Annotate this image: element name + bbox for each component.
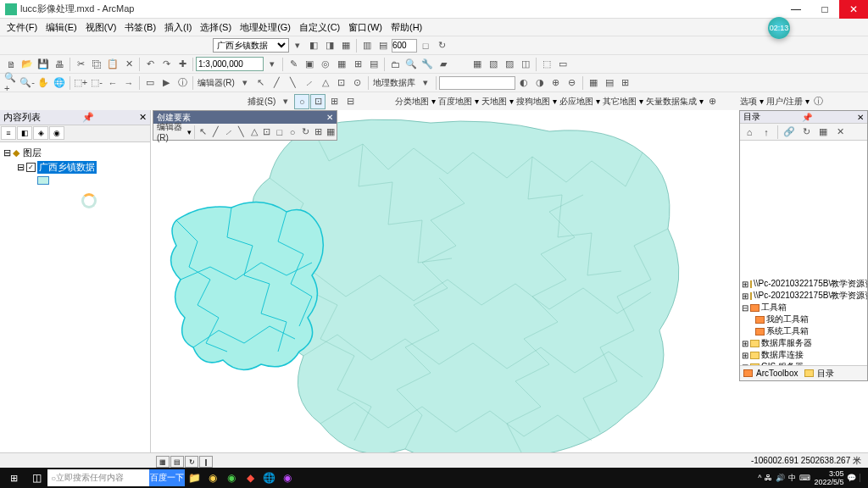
explorer-icon[interactable]: 📁 [185, 469, 203, 487]
menu-geoprocessing[interactable]: 地理处理(G) [236, 19, 294, 36]
menu-window[interactable]: 窗口(W) [345, 19, 386, 36]
catalog-item[interactable]: 系统工具箱 [766, 325, 809, 337]
editor-label[interactable]: 编辑器(R) [196, 77, 236, 89]
pan-icon[interactable]: ✋ [36, 75, 51, 91]
layer-symbol[interactable] [37, 176, 49, 185]
find-input[interactable] [439, 76, 515, 90]
edit-tool-icon[interactable]: ○ [287, 125, 298, 140]
user-label[interactable]: 用户/注册 [765, 96, 804, 108]
tool-icon[interactable]: ◫ [518, 57, 533, 72]
copy-icon[interactable]: ⿻ [89, 57, 104, 72]
basemap-tab[interactable]: 搜狗地图 [515, 96, 552, 108]
catalog-item[interactable]: 我的工具箱 [766, 313, 809, 325]
snap-label[interactable]: 捕捉(S) [246, 96, 277, 108]
tool-icon[interactable]: ◨ [322, 38, 337, 53]
paste-icon[interactable]: 📋 [105, 57, 120, 72]
tool-icon[interactable]: □ [418, 38, 433, 53]
snap-point-icon[interactable]: ○ [294, 94, 309, 109]
search-icon[interactable]: 🔍 [403, 57, 419, 72]
edit-tool-icon[interactable]: ↖ [253, 75, 269, 91]
tray-net-icon[interactable]: 🖧 [765, 474, 772, 482]
menu-file[interactable]: 文件(F) [3, 19, 41, 36]
snap-vertex-icon[interactable]: ⊞ [326, 94, 342, 109]
catalog-icon[interactable]: 🗀 [387, 57, 403, 72]
panel-close-icon[interactable]: ✕ [326, 113, 333, 122]
panel-menu[interactable]: 编辑器(R) [155, 121, 186, 142]
close-button[interactable]: ✕ [839, 0, 868, 19]
edit-tool-icon[interactable]: ⊙ [350, 75, 365, 91]
tray-ime[interactable]: 中 [788, 473, 796, 484]
tool-icon[interactable]: ▥ [359, 38, 375, 53]
tool-icon[interactable]: ◑ [532, 75, 548, 91]
edit-tool-icon[interactable]: ⟋ [223, 125, 235, 140]
catalog-toggle-icon[interactable]: ▦ [815, 125, 831, 140]
tool-icon[interactable]: ▤ [376, 38, 391, 53]
toc-tab-drawing[interactable]: ≡ [1, 126, 16, 140]
catalog-delete-icon[interactable]: ✕ [832, 125, 848, 140]
edit-tool-icon[interactable]: ⊡ [261, 125, 273, 140]
catalog-item[interactable]: \\Pc-20210322175B\教学资源资料\3章数 [754, 290, 867, 302]
tool-icon[interactable]: ⊞ [618, 75, 633, 91]
menu-help[interactable]: 帮助(H) [387, 19, 426, 36]
notifications-icon[interactable]: 💬 [847, 474, 856, 482]
snap-edge-icon[interactable]: ⊟ [342, 94, 358, 109]
geodb-label[interactable]: 地理数据库 [371, 77, 417, 89]
catalog-close-icon[interactable]: ✕ [857, 113, 864, 122]
tool-icon[interactable]: ◧ [306, 38, 321, 53]
layout-view-tab[interactable]: ▤ [170, 456, 184, 468]
tray-keyboard-icon[interactable]: ⌨ [799, 474, 810, 482]
toc-pin-icon[interactable]: 📌 [82, 112, 94, 123]
arcmap-icon[interactable]: 🌐 [259, 469, 278, 487]
cut-icon[interactable]: ✂ [73, 57, 88, 72]
edit-tool-icon[interactable]: ⊡ [334, 75, 349, 91]
basemap-tab[interactable]: 其它地图 [601, 96, 638, 108]
pause-view-tab[interactable]: ‖ [199, 456, 213, 468]
maximize-button[interactable]: □ [810, 0, 839, 19]
start-button[interactable]: ⊞ [0, 468, 27, 488]
catalog-pin-icon[interactable]: 📌 [802, 113, 812, 122]
fixed-zoom-in-icon[interactable]: ⬚+ [73, 75, 88, 91]
tray-sound-icon[interactable]: 🔊 [776, 474, 785, 482]
toolbox-icon[interactable]: 🔧 [420, 57, 435, 72]
identify-icon[interactable]: ⓘ [175, 75, 190, 91]
tool-icon[interactable]: ⊕ [704, 94, 720, 109]
tool-icon[interactable]: ◎ [318, 57, 333, 72]
data-view-tab[interactable]: ▦ [156, 456, 170, 468]
catalog-home-icon[interactable]: ⌂ [742, 125, 757, 140]
toc-layer[interactable]: 广西乡镇数据 [37, 161, 97, 174]
chrome-icon[interactable]: ◉ [203, 469, 222, 487]
select-icon[interactable]: ▭ [142, 75, 158, 91]
catalog-tab-toolbox[interactable]: ArcToolbox [756, 369, 798, 378]
app-icon[interactable]: ◆ [241, 469, 259, 487]
toc-root[interactable]: 图层 [21, 147, 43, 159]
layer-combo[interactable]: 广西乡镇数据 [213, 38, 289, 53]
toc-tab-selection[interactable]: ◉ [49, 126, 64, 140]
catalog-item[interactable]: \\Pc-20210322175B\教学资源资料 [754, 278, 867, 290]
tool-icon[interactable]: ▾ [290, 38, 305, 53]
tool-icon[interactable]: ▦ [586, 75, 601, 91]
catalog-item[interactable]: 工具箱 [761, 302, 787, 313]
catalog-refresh-icon[interactable]: ↻ [798, 125, 814, 140]
catalog-item[interactable]: 数据库服务器 [761, 337, 812, 349]
edit-tool-icon[interactable]: ↻ [299, 125, 311, 140]
dropdown-icon[interactable]: ▾ [278, 94, 293, 109]
layer-checkbox[interactable]: ✓ [26, 163, 36, 172]
basemap-tab[interactable]: 矢量数据集成 [644, 96, 698, 108]
tool-icon[interactable]: ▦ [334, 57, 349, 72]
full-extent-icon[interactable]: 🌐 [52, 75, 67, 91]
print-icon[interactable]: 🖶 [52, 57, 67, 72]
new-icon[interactable]: 🗎 [3, 57, 19, 72]
forward-icon[interactable]: → [121, 75, 136, 91]
tool-icon[interactable]: ▨ [502, 57, 517, 72]
python-icon[interactable]: ▰ [436, 57, 451, 72]
edit-tool-icon[interactable]: ▦ [325, 125, 337, 140]
zoom-out-icon[interactable]: 🔍- [19, 75, 35, 91]
edit-tool-icon[interactable]: ╲ [236, 125, 248, 140]
edit-tool-icon[interactable]: ↖ [198, 125, 209, 140]
catalog-up-icon[interactable]: ↑ [759, 125, 774, 140]
tool-icon[interactable]: ⬚ [539, 57, 554, 72]
edit-tool-icon[interactable]: △ [318, 75, 333, 91]
dropdown-icon[interactable]: ▾ [418, 75, 433, 91]
basemap-tab[interactable]: 分类地图 [393, 96, 431, 108]
menu-insert[interactable]: 插入(I) [161, 19, 195, 36]
